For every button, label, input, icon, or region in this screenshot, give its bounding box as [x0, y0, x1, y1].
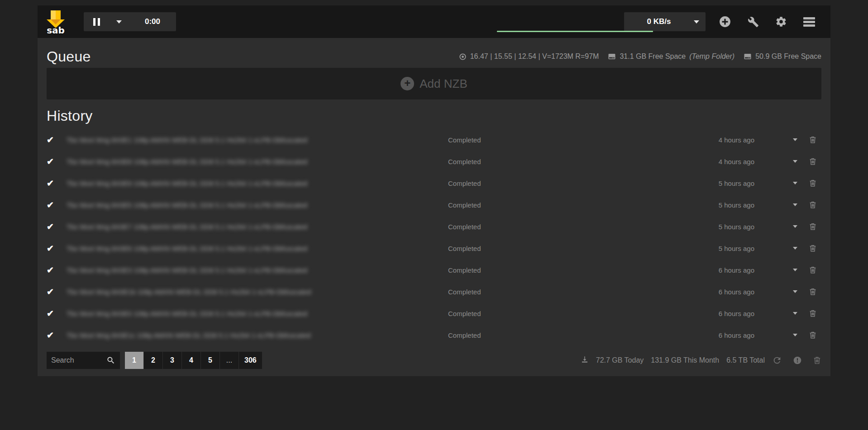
page-button-3[interactable]: 3: [163, 352, 181, 369]
queue-stats: 16.47 | 15.55 | 12.54 | V=1723M R=97M 31…: [459, 52, 821, 61]
refresh-icon: [772, 355, 782, 365]
page-button-2[interactable]: 2: [144, 352, 162, 369]
chevron-down-icon: [793, 269, 797, 271]
history-item-age: 6 hours ago: [719, 310, 754, 317]
row-dropdown-button[interactable]: [786, 312, 804, 315]
refresh-button[interactable]: [772, 355, 782, 365]
temp-free-note: (Temp Folder): [689, 52, 734, 61]
history-stats: 72.7 GB Today 131.9 GB This Month 6.5 TB…: [581, 355, 765, 365]
history-row[interactable]: ✔ Tbx Mxxt Wxg 8X0E6 108p AMXN WEB-DL DD…: [47, 237, 821, 259]
sabnzbd-logo-icon[interactable]: sab: [45, 9, 66, 35]
history-item-age: 5 hours ago: [719, 201, 754, 209]
page-button-4[interactable]: 4: [182, 352, 200, 369]
hdd-icon: [608, 52, 616, 61]
info-button[interactable]: [793, 356, 802, 365]
history-row[interactable]: ✔ Tbx Mxxt Wxg 8X0E0 108p AMXN WEB-DL DD…: [47, 302, 821, 324]
row-delete-button[interactable]: [804, 222, 821, 231]
server-stats: 16.47 | 15.55 | 12.54 | V=1723M R=97M: [459, 52, 599, 61]
add-nzb-plus-button[interactable]: [715, 12, 734, 31]
check-icon: ✔: [47, 156, 67, 167]
row-dropdown-button[interactable]: [786, 203, 804, 206]
row-dropdown-button[interactable]: [786, 334, 804, 336]
row-delete-button[interactable]: [804, 135, 821, 144]
queue-header: Queue 16.47 | 15.55 | 12.54 | V=1723M R=…: [47, 38, 821, 68]
history-row[interactable]: ✔ Tbx Mxxt Wxg 8X0E3 108p AMXN WEB-DL DD…: [47, 259, 821, 281]
chevron-down-icon: [793, 247, 797, 250]
check-icon: ✔: [47, 200, 67, 210]
download-icon: [581, 355, 589, 365]
row-delete-button[interactable]: [804, 244, 821, 253]
history-item-age: 6 hours ago: [719, 266, 754, 274]
row-dropdown-button[interactable]: [786, 160, 804, 163]
history-item-name: Tbx Mxxt Wxg 8X0E5 108p AMXN WEB-DL DD8 …: [67, 201, 448, 209]
menu-button[interactable]: [800, 12, 819, 31]
row-delete-button[interactable]: [804, 331, 821, 340]
trash-icon: [809, 244, 817, 253]
search-input[interactable]: [47, 352, 102, 369]
top-navbar: sab 0:00 0 KB/s: [38, 5, 830, 38]
history-item-name: Tbx Mxxt Wxg 8X0E1 108p AMXN WEB-DL DD8 …: [67, 136, 448, 144]
history-item-status: Completed: [448, 331, 584, 339]
search-button[interactable]: [102, 352, 120, 369]
row-delete-button[interactable]: [804, 200, 821, 209]
speed-limit-dropdown[interactable]: 0 KB/s: [624, 12, 706, 31]
row-dropdown-button[interactable]: [786, 182, 804, 184]
history-item-name: Tbx Mxxt Wxg 8X0E7 108p AMXN WEB-DL DD8 …: [67, 223, 448, 231]
row-dropdown-button[interactable]: [786, 269, 804, 271]
history-row[interactable]: ✔ Tbx Mxxt Wxg 8X0E7 108p AMXN WEB-DL DD…: [47, 216, 821, 237]
chevron-down-icon: [793, 312, 797, 315]
history-row[interactable]: ✔ Tbx Mxxt Wxg 8X0E9 108p AMXN WEB-DL DD…: [47, 172, 821, 194]
row-delete-button[interactable]: [804, 179, 821, 188]
gear-icon: [775, 16, 787, 28]
settings-button[interactable]: [772, 12, 791, 31]
check-icon: ✔: [47, 265, 67, 275]
add-nzb-dropzone[interactable]: + Add NZB: [47, 68, 821, 99]
pagination: 12345...306: [125, 352, 262, 369]
tb-total: 6.5 TB Total: [726, 356, 765, 364]
history-footer: 12345...306 72.7 GB Today 131.9 GB This …: [47, 351, 821, 369]
disk-free-text: 50.9 GB Free Space: [755, 52, 821, 61]
temp-free-space: 31.1 GB Free Space (Temp Folder): [608, 52, 734, 61]
history-item-name: Tbx Mxxt Wxg 8X0E0 108p AMXN WEB-DL DD8 …: [67, 310, 448, 317]
row-dropdown-button[interactable]: [786, 247, 804, 250]
add-nzb-label: Add NZB: [420, 77, 467, 91]
row-delete-button[interactable]: [804, 309, 821, 318]
gb-today: 72.7 GB Today: [596, 356, 644, 364]
navbar-icon-group: [715, 12, 819, 31]
trash-icon: [809, 200, 817, 209]
history-item-status: Completed: [448, 310, 584, 317]
pause-button[interactable]: [84, 12, 109, 31]
history-item-status: Completed: [448, 136, 584, 144]
hdd-icon: [744, 52, 752, 61]
history-row[interactable]: ✔ Tbx Mxxt Wxg 8X0E8 108p AMXN WEB-DL DD…: [47, 151, 821, 172]
wrench-button[interactable]: [744, 12, 763, 31]
row-dropdown-button[interactable]: [786, 290, 804, 293]
row-dropdown-button[interactable]: [786, 138, 804, 141]
chevron-down-icon: [793, 334, 797, 336]
history-row[interactable]: ✔ Tbx Mxxt Wxg 8X0E1b 108p AMXN WEB-DL D…: [47, 281, 821, 302]
row-dropdown-button[interactable]: [786, 225, 804, 228]
trash-icon: [809, 287, 817, 296]
page-button-306[interactable]: 306: [239, 352, 262, 369]
search-icon: [106, 356, 115, 365]
history-item-name: Tbx Mxxt Wxg 8X0E1b 108p AMXN WEB-DL DD8…: [67, 288, 448, 296]
history-item-status: Completed: [448, 266, 584, 274]
chevron-down-icon: [116, 20, 122, 24]
plus-circle-icon: [719, 16, 731, 28]
speed-value: 0 KB/s: [624, 17, 694, 26]
history-action-icons: [772, 355, 821, 365]
search-box: [47, 352, 120, 369]
history-row[interactable]: ✔ Tbx Mxxt Wxg 8X0E1 108p AMXN WEB-DL DD…: [47, 129, 821, 151]
history-row[interactable]: ✔ Tbx Mxxt Wxg 8X0E1c 108p AMXN WEB-DL D…: [47, 324, 821, 346]
page-button-1[interactable]: 1: [125, 352, 143, 369]
row-delete-button[interactable]: [804, 157, 821, 166]
row-delete-button[interactable]: [804, 265, 821, 274]
trash-icon: [813, 356, 821, 365]
history-item-age: 4 hours ago: [719, 136, 754, 144]
page-button-5[interactable]: 5: [201, 352, 219, 369]
history-row[interactable]: ✔ Tbx Mxxt Wxg 8X0E5 108p AMXN WEB-DL DD…: [47, 194, 821, 216]
pause-dropdown-button[interactable]: [109, 12, 129, 31]
row-delete-button[interactable]: [804, 287, 821, 296]
clear-history-button[interactable]: [813, 356, 821, 365]
check-icon: ✔: [47, 287, 67, 297]
